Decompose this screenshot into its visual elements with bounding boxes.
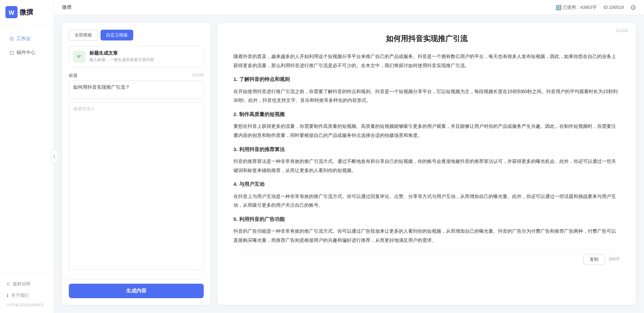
sidebar-nav: ⊙ 工作台 ◻ 稿件中心 (0, 25, 54, 273)
generate-button[interactable]: 生成内容 (69, 284, 204, 298)
article-heading-3: 3. 利用抖音的推荐算法 (233, 145, 620, 154)
article-para-1: 在开始使用抖音进行推广引流之前，你需要了解抖音的特点和规则。抖音是一个短视频分享… (233, 87, 620, 105)
sidebar: W 微撰 ⊙ 工作台 ◻ 稿件中心 © 版权说明 ℹ 关于我们 ©ICP备202… (0, 0, 54, 313)
template-tabs: 全部模板 自定义模板 (69, 30, 204, 40)
sidebar-item-workspace[interactable]: ⊙ 工作台 (3, 32, 51, 45)
field-char-count: 12/100 (191, 73, 204, 79)
field-label-title: 标题 12/100 (69, 73, 204, 79)
main: 微撰 🔠 已使用：43953字 ID:100519 ⏻ 全部模板 自定义模板 (54, 0, 644, 313)
template-card[interactable]: 标题生成文章 输入标题，一键生成高质量文章内容 (69, 46, 204, 67)
page-counter: 11/100 (615, 28, 628, 33)
usage-label: 已使用：43953字 (563, 4, 597, 10)
sidebar-item-copyright[interactable]: © 版权说明 (0, 278, 54, 290)
tab-all[interactable]: 全部模板 (69, 30, 98, 40)
keywords-placeholder: 请请空录入 (73, 106, 95, 111)
copy-button[interactable]: 复制 (583, 254, 605, 265)
sidebar-label-workspace: 工作台 (17, 36, 31, 42)
template-card-title: 标题生成文章 (89, 50, 199, 56)
article-para-2: 要想在抖音上获得更多的流量，你需要制作高质量的短视频。高质量的短视频能够吸引更多… (233, 122, 620, 140)
word-count: 693字 (609, 256, 620, 262)
title-input[interactable]: 如何用抖音实现推广引流？ (69, 81, 204, 99)
tab-custom[interactable]: 自定义模板 (101, 30, 133, 40)
collapse-handle[interactable] (51, 150, 58, 163)
icp-text: ©ICP备2022016946号 (0, 301, 54, 310)
template-card-desc: 输入标题，一键生成高质量文章内容 (89, 57, 199, 63)
sidebar-label-drafts: 稿件中心 (17, 50, 35, 56)
topbar: 微撰 🔠 已使用：43953字 ID:100519 ⏻ (54, 0, 644, 15)
bottom-bar: 复制 693字 (233, 250, 620, 265)
article-heading-4: 4. 与用户互动 (233, 179, 620, 189)
topbar-title: 微撰 (62, 4, 72, 10)
sidebar-item-about[interactable]: ℹ 关于我们 (0, 290, 54, 301)
field-label-text: 标题 (69, 73, 78, 79)
sidebar-logo: W 微撰 (0, 0, 54, 25)
logo-icon: W (5, 6, 18, 18)
article-para-5: 抖音的广告功能是一种非常有效的推广引流方式。你可以通过广告投放来让更多的人看到你… (233, 227, 620, 245)
sidebar-label-copyright: 版权说明 (13, 281, 30, 287)
usage-icon: 🔠 (556, 5, 561, 10)
usage-badge: 🔠 已使用：43953字 (556, 4, 597, 10)
svg-text:W: W (9, 9, 15, 16)
sidebar-item-drafts[interactable]: ◻ 稿件中心 (3, 46, 51, 59)
article-body: 随着抖音的普及，越来越多的人开始利用这个短视频分享平台来推广自己的产品或服务。抖… (233, 52, 620, 245)
article-heading-1: 1. 了解抖音的特点和规则 (233, 75, 620, 84)
divider (69, 279, 204, 280)
keywords-area[interactable]: 请请空录入 (69, 102, 204, 270)
left-panel: 全部模板 自定义模板 标题生成文章 输入标题，一键生成高质量文章内容 标题 12… (62, 23, 211, 305)
article-heading-5: 5. 利用抖音的广告功能 (233, 215, 620, 224)
right-panel: 11/100 如何用抖音实现推广引流 随着抖音的普及，越来越多的人开始利用这个短… (217, 23, 636, 305)
content-area: 全部模板 自定义模板 标题生成文章 输入标题，一键生成高质量文章内容 标题 12… (54, 15, 644, 313)
workspace-icon: ⊙ (9, 35, 14, 42)
article-title: 如何用抖音实现推广引流 (233, 34, 620, 44)
topbar-right: 🔠 已使用：43953字 ID:100519 ⏻ (556, 4, 636, 10)
logo-text: 微撰 (20, 8, 33, 17)
about-icon: ℹ (7, 293, 8, 298)
sidebar-bottom: © 版权说明 ℹ 关于我们 ©ICP备2022016946号 (0, 273, 54, 313)
id-label: ID:100519 (604, 5, 624, 10)
template-card-icon (73, 51, 85, 63)
article-para-3: 抖音的推荐算法是一种非常有效的推广引流方式。通过不断地发布和分享自己的短视频，你… (233, 157, 620, 175)
article-para-4: 在抖音上与用户互动是一种非常有效的推广引流方式。你可以通过回复评论、点赞、分享等… (233, 192, 620, 210)
article-intro: 随着抖音的普及，越来越多的人开始利用这个短视频分享平台来推广自己的产品或服务。抖… (233, 52, 620, 70)
drafts-icon: ◻ (9, 49, 14, 56)
sidebar-label-about: 关于我们 (11, 292, 29, 298)
copyright-icon: © (7, 282, 10, 287)
article-heading-2: 2. 制作高质量的短视频 (233, 110, 620, 119)
power-icon[interactable]: ⏻ (631, 4, 636, 10)
template-card-info: 标题生成文章 输入标题，一键生成高质量文章内容 (89, 50, 199, 63)
